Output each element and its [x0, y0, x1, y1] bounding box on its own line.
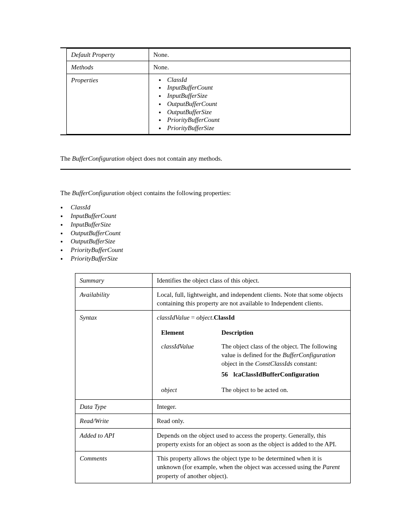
table-row: Properties ClassId InputBufferCount Inpu… — [67, 74, 351, 134]
table-row: Data Type Integer. — [75, 400, 351, 414]
list-item: InputBufferCount — [67, 212, 351, 220]
overview-table: Default Property None. Methods None. Pro… — [66, 48, 351, 134]
row-value: ClassId InputBufferCount InputBufferSize… — [149, 74, 351, 134]
syntax-lhs: classIdValue — [157, 314, 190, 321]
text: constant: — [293, 360, 318, 367]
table-row: object The object to be acted on. — [157, 383, 346, 397]
row-label: Default Property — [67, 49, 149, 61]
row-value: None. — [149, 49, 351, 61]
table-row: Element Description — [157, 326, 346, 339]
properties-list: ClassId InputBufferCount InputBufferSize… — [165, 76, 346, 132]
list-item: PriorityBufferSize — [67, 255, 351, 263]
list-item: OutputBufferCount — [165, 100, 346, 108]
row-value: Integer. — [153, 400, 351, 414]
page: Default Property None. Methods None. Pro… — [0, 0, 411, 532]
list-item: PriorityBufferCount — [67, 246, 351, 254]
table-row: classIdValue The object class of the obj… — [157, 339, 346, 383]
col-header: Description — [217, 326, 346, 339]
list-item: PriorityBufferSize — [165, 124, 346, 132]
syntax-obj: object — [196, 314, 212, 321]
constant-number: 56 — [221, 370, 232, 379]
table-row: Added to API Depends on the object used … — [75, 428, 351, 451]
list-item: PriorityBufferCount — [165, 116, 346, 124]
row-value: This property allows the object type to … — [153, 451, 351, 483]
list-item: InputBufferCount — [165, 84, 346, 92]
row-label: Methods — [67, 61, 149, 74]
text: object in the — [221, 360, 255, 367]
text: This property allows the object type to … — [157, 455, 322, 470]
text: The — [60, 190, 72, 196]
row-label: Properties — [67, 74, 149, 134]
table-row: Availability Local, full, lightweight, a… — [75, 287, 351, 311]
syntax-elements-table: Element Description classIdValue The obj… — [157, 326, 346, 397]
list-item: InputBufferSize — [67, 221, 351, 229]
overview-table-wrapper: Default Property None. Methods None. Pro… — [60, 47, 351, 135]
row-value: None. — [149, 61, 351, 74]
row-value: Depends on the object used to access the… — [153, 428, 351, 451]
row-value: Read only. — [153, 414, 351, 428]
list-item: OutputBufferSize — [67, 237, 351, 246]
property-detail-table: Summary Identifies the object class of t… — [75, 273, 351, 483]
row-label: Read/Write — [75, 414, 153, 428]
text: property of another object). — [157, 473, 228, 479]
list-item: ClassId — [67, 203, 351, 212]
list-item: InputBufferSize — [165, 92, 346, 100]
table-row: Comments This property allows the object… — [75, 451, 351, 483]
row-label: Availability — [75, 287, 153, 311]
col-header: Element — [157, 326, 217, 339]
element-description: The object class of the object. The foll… — [217, 339, 346, 383]
element-description: The object to be acted on. — [217, 383, 346, 397]
text: object contains the following properties… — [125, 190, 231, 196]
text: The — [60, 155, 72, 162]
body-paragraph: The BufferConfiguration object does not … — [60, 154, 351, 163]
syntax-eq: = — [190, 314, 196, 321]
constant-id: lcaClassIdBufferConfiguration — [234, 371, 319, 378]
object-name: BufferConfiguration — [72, 190, 125, 196]
row-label: Data Type — [75, 400, 153, 414]
element-name: classIdValue — [157, 339, 217, 383]
divider — [60, 169, 351, 170]
row-label: Syntax — [75, 311, 153, 400]
row-label: Comments — [75, 451, 153, 483]
row-value: classIdValue = object.ClassId Element De… — [153, 311, 351, 400]
row-value: Local, full, lightweight, and independen… — [153, 287, 351, 311]
row-label: Summary — [75, 273, 153, 287]
body-paragraph: The BufferConfiguration object contains … — [60, 189, 351, 197]
table-row: Methods None. — [67, 61, 351, 74]
table-row: Default Property None. — [67, 49, 351, 61]
syntax-prop: ClassId — [214, 314, 234, 321]
element-name: object — [157, 383, 217, 397]
constant-row: 56 lcaClassIdBufferConfiguration — [221, 370, 342, 379]
table-row: Summary Identifies the object class of t… — [75, 273, 351, 287]
table-row: Syntax classIdValue = object.ClassId Ele… — [75, 311, 351, 400]
property-detail-wrapper: Summary Identifies the object class of t… — [75, 273, 351, 483]
object-name: BufferConfiguration — [72, 155, 125, 162]
object-name: BufferConfiguration — [283, 352, 336, 358]
text: object does not contain any methods. — [125, 155, 222, 162]
list-item: OutputBufferSize — [165, 108, 346, 116]
row-label: Added to API — [75, 428, 153, 451]
row-value: Identifies the object class of this obje… — [153, 273, 351, 287]
body-properties-list: ClassId InputBufferCount InputBufferSize… — [67, 203, 351, 262]
list-item: ClassId — [165, 76, 346, 84]
constant-name: ConstClassIds — [255, 360, 293, 367]
list-item: OutputBufferCount — [67, 229, 351, 237]
table-row: Read/Write Read only. — [75, 414, 351, 428]
property-name: Parent — [322, 464, 339, 470]
